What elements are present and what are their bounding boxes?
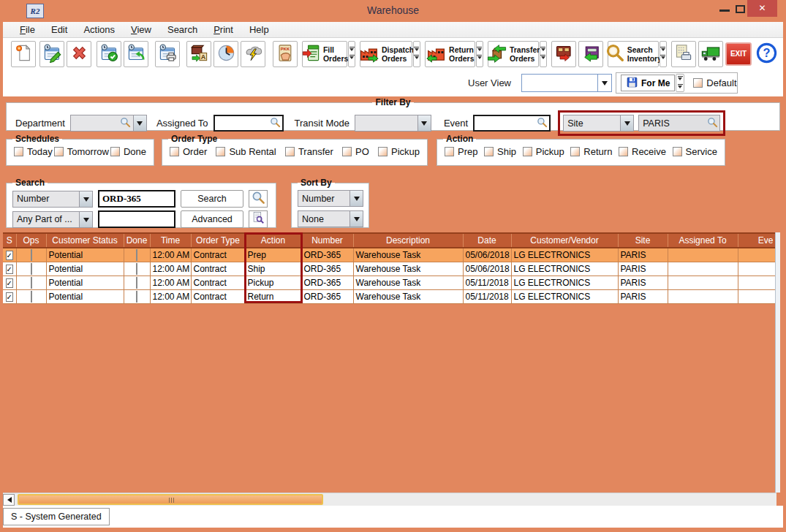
transfer-orders-button-dropdown[interactable]	[540, 41, 547, 67]
search-icon[interactable]	[120, 117, 131, 130]
ops-checkbox[interactable]	[31, 263, 32, 275]
table-row[interactable]: ✓Potential12:00 AMContractReturnORD-365W…	[3, 289, 775, 303]
column-header-site[interactable]: Site	[618, 233, 668, 248]
column-header-customer-vendor[interactable]: Customer/Vendor	[511, 233, 618, 248]
search-inventory-button-dropdown[interactable]	[660, 41, 667, 67]
return-orders-button[interactable]: Return Orders	[425, 41, 475, 67]
match-mode-select[interactable]: Any Part of ...	[12, 211, 93, 228]
search-query-input[interactable]: ORD-365	[98, 190, 175, 208]
chevron-down-icon[interactable]	[417, 115, 431, 132]
horizontal-scrollbar[interactable]	[3, 493, 776, 506]
search-icon[interactable]	[537, 117, 548, 130]
search-icon[interactable]	[270, 117, 281, 130]
confirm-schedule-button[interactable]	[97, 41, 121, 67]
dispatch-orders-button[interactable]: Dispatch Orders	[360, 41, 412, 67]
search-icon[interactable]	[707, 117, 718, 130]
ops-checkbox[interactable]	[31, 291, 32, 303]
for-me-dropdown[interactable]	[676, 74, 684, 92]
chevron-down-icon[interactable]	[349, 190, 363, 207]
action-checkbox-pickup[interactable]: Pickup	[523, 146, 564, 157]
column-header-s[interactable]: S	[3, 233, 16, 248]
picking-button[interactable]: PKK	[273, 41, 298, 67]
revert-schedule-button[interactable]	[124, 41, 148, 67]
column-header-done[interactable]: Done	[124, 233, 150, 248]
menu-help[interactable]: Help	[241, 23, 277, 37]
print-schedule-button[interactable]	[155, 41, 180, 67]
column-header-order-type[interactable]: Order Type	[191, 233, 245, 248]
close-button[interactable]: ✕	[747, 0, 777, 17]
scroll-left-arrow[interactable]	[3, 494, 15, 506]
column-header-time[interactable]: Time	[150, 233, 191, 248]
s-checkbox[interactable]: ✓	[6, 251, 13, 260]
order-type-checkbox-transfer[interactable]: Transfer	[285, 146, 333, 157]
ops-checkbox[interactable]	[31, 277, 32, 289]
help-icon[interactable]: ?	[756, 42, 777, 66]
order-type-checkbox-order[interactable]: Order	[170, 146, 207, 157]
column-header-customer-status[interactable]: Customer Status	[46, 233, 124, 248]
print-report-button[interactable]	[671, 41, 696, 67]
action-checkbox-receive[interactable]: Receive	[619, 146, 666, 157]
column-header-assigned-to[interactable]: Assigned To	[668, 233, 738, 248]
sort-primary-select[interactable]: Number	[298, 190, 363, 207]
assigned-to-input[interactable]	[213, 115, 284, 132]
minimize-button[interactable]	[719, 10, 730, 12]
site-select[interactable]: Site	[563, 115, 634, 132]
chevron-down-icon[interactable]	[79, 211, 93, 228]
order-type-checkbox-sub-rental[interactable]: Sub Rental	[216, 146, 276, 157]
exit-button[interactable]: EXIT	[725, 42, 752, 66]
menu-actions[interactable]: Actions	[75, 23, 123, 37]
search-icon-button[interactable]	[249, 190, 268, 208]
s-checkbox[interactable]: ✓	[6, 292, 13, 302]
transfer-orders-button[interactable]: Transfer Orders	[488, 41, 539, 67]
search-field-select[interactable]: Number	[12, 191, 93, 208]
menu-edit[interactable]: Edit	[43, 23, 75, 37]
menu-search[interactable]: Search	[159, 23, 205, 37]
user-view-select[interactable]	[521, 74, 612, 92]
site-value-field[interactable]: PARIS	[638, 115, 720, 132]
done-checkbox[interactable]	[136, 249, 137, 261]
s-checkbox[interactable]: ✓	[6, 265, 13, 274]
edit-schedule-button[interactable]	[39, 41, 64, 67]
vertical-scrollbar[interactable]	[775, 232, 780, 493]
event-input[interactable]	[473, 115, 551, 132]
done-checkbox[interactable]	[136, 263, 137, 275]
fill-orders-button[interactable]: Fill Orders	[302, 41, 347, 67]
search-query2-input[interactable]	[98, 210, 175, 228]
chevron-down-icon[interactable]	[133, 115, 147, 132]
schedule-checkbox-done[interactable]: Done	[110, 146, 146, 157]
new-task-button[interactable]	[11, 41, 36, 67]
column-header-ops[interactable]: Ops	[16, 233, 46, 248]
truck-button[interactable]	[698, 41, 723, 67]
sort-secondary-select[interactable]: None	[298, 210, 363, 227]
table-row[interactable]: ✓Potential12:00 AMContractPrepORD-365War…	[3, 248, 775, 262]
clock-button[interactable]	[213, 41, 238, 67]
quick-action-button[interactable]	[241, 41, 265, 67]
done-checkbox[interactable]	[136, 277, 137, 289]
column-header-action[interactable]: Action	[245, 233, 301, 248]
chevron-down-icon[interactable]	[597, 75, 611, 91]
search-button[interactable]: Search	[181, 190, 243, 208]
order-type-checkbox-po[interactable]: PO	[342, 146, 369, 157]
chevron-down-icon[interactable]	[79, 191, 93, 208]
schedule-checkbox-tomorrow[interactable]: Tomorrow	[54, 146, 109, 157]
chevron-down-icon[interactable]	[620, 115, 634, 132]
dispatch-orders-button-dropdown[interactable]	[413, 41, 420, 67]
delete-button[interactable]	[67, 41, 91, 67]
action-checkbox-prep[interactable]: Prep	[445, 146, 477, 157]
table-row[interactable]: ✓Potential12:00 AMContractPickupORD-365W…	[3, 276, 775, 289]
column-header-event[interactable]: Eve	[738, 233, 775, 248]
table-row[interactable]: ✓Potential12:00 AMContractShipORD-365War…	[3, 262, 775, 276]
action-checkbox-return[interactable]: Return	[570, 146, 612, 157]
menu-print[interactable]: Print	[205, 23, 241, 37]
transit-mode-select[interactable]	[355, 115, 431, 132]
column-header-date[interactable]: Date	[463, 233, 511, 248]
scrollbar-thumb[interactable]	[18, 494, 323, 505]
column-header-number[interactable]: Number	[301, 233, 353, 248]
asset-transfer-button[interactable]: A	[186, 41, 211, 67]
department-select[interactable]	[70, 115, 147, 132]
default-checkbox[interactable]: Default	[693, 77, 736, 88]
fill-orders-button-dropdown[interactable]	[348, 41, 355, 67]
advanced-find-button[interactable]	[249, 210, 268, 228]
chevron-down-icon[interactable]	[349, 210, 363, 227]
search-inventory-button[interactable]: Search Inventory	[608, 41, 659, 67]
